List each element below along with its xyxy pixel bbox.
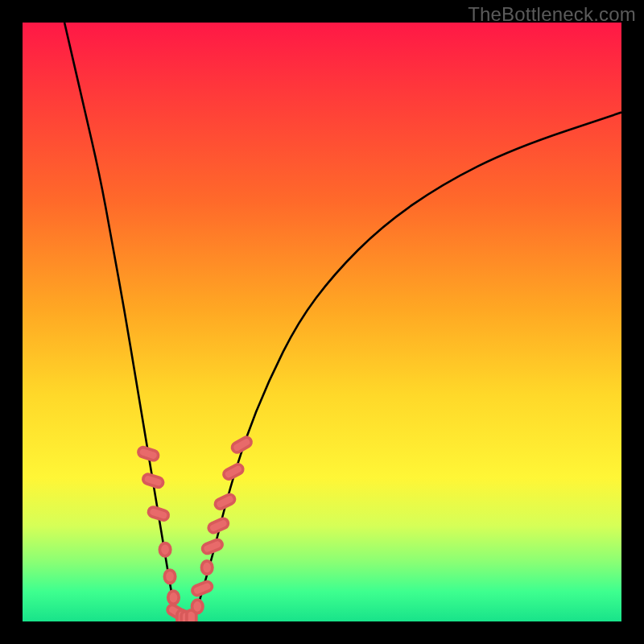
right-branch-line <box>193 113 621 621</box>
data-marker <box>164 570 175 583</box>
data-marker <box>192 600 203 613</box>
plot-area <box>23 23 621 621</box>
data-marker <box>201 539 224 555</box>
data-marker <box>201 561 212 574</box>
curve-layer <box>23 23 621 621</box>
data-marker <box>142 473 164 489</box>
data-marker <box>222 463 245 481</box>
data-marker <box>207 517 229 534</box>
data-marker <box>159 543 170 556</box>
data-marker <box>137 446 159 461</box>
chart-frame: TheBottleneck.com <box>0 0 644 644</box>
data-marker <box>168 591 179 604</box>
data-marker <box>230 436 253 454</box>
left-branch-line <box>64 23 178 621</box>
marker-layer <box>137 436 253 621</box>
data-marker <box>191 580 213 597</box>
data-marker <box>147 506 170 522</box>
data-marker <box>213 493 236 510</box>
